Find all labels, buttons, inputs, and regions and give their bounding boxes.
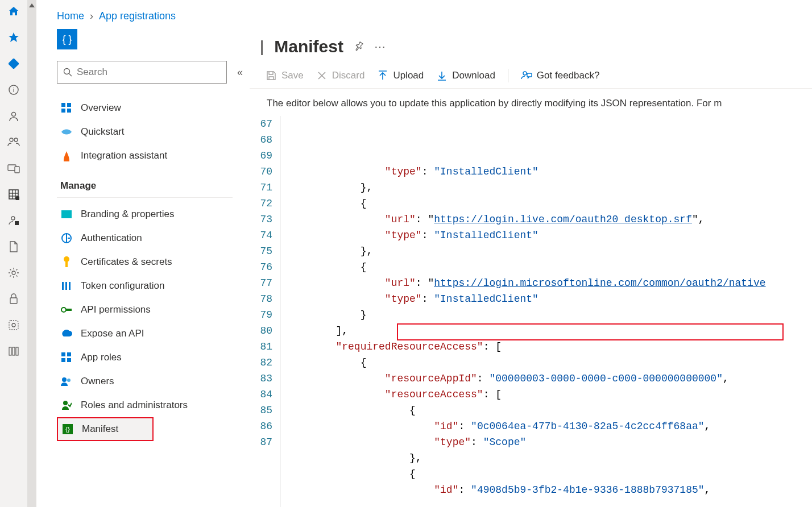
collapse-menu-icon[interactable]: « (237, 67, 243, 78)
svg-point-3 (12, 113, 16, 117)
page-title: Manifest (274, 37, 343, 56)
nav-label: Owners (81, 376, 114, 387)
lock-icon[interactable] (7, 292, 20, 306)
manifest-editor[interactable]: 6768697071727374757677787980818283848586… (250, 116, 812, 507)
diamond-icon[interactable] (7, 57, 20, 70)
app-roles-icon (60, 351, 73, 364)
token-icon (60, 280, 73, 292)
nav-label: Integration assistant (81, 150, 167, 161)
nav-label: Overview (81, 102, 121, 114)
breadcrumb-home[interactable]: Home (57, 10, 84, 22)
svg-point-43 (63, 401, 68, 405)
users-icon[interactable] (7, 135, 20, 149)
search-box[interactable] (57, 61, 227, 84)
pin-icon[interactable] (354, 41, 364, 52)
svg-rect-0 (9, 59, 19, 69)
authentication-icon (60, 232, 73, 244)
svg-rect-31 (65, 261, 68, 267)
code-area[interactable]: "type": "InstalledClient" }, { "url": "h… (281, 116, 812, 507)
scroll-track[interactable] (27, 0, 36, 507)
nav-label: Token configuration (81, 280, 164, 292)
save-icon (266, 70, 277, 81)
svg-rect-27 (61, 109, 65, 113)
feedback-button[interactable]: Got feedback? (521, 70, 600, 81)
svg-point-13 (15, 196, 19, 200)
svg-rect-32 (62, 282, 64, 290)
tool-label: Upload (393, 70, 424, 81)
command-bar: Save Discard Upload Download (250, 63, 812, 89)
nav-label: Certificates & secrets (81, 256, 172, 268)
app-badge-icon: { } (57, 29, 77, 49)
svg-rect-28 (67, 109, 71, 113)
section-manage: Manage (57, 168, 233, 198)
tool-label: Discard (332, 70, 365, 81)
grid-icon[interactable] (7, 188, 20, 201)
devices-icon[interactable] (7, 161, 20, 175)
gear-icon[interactable] (7, 266, 20, 280)
nav-branding[interactable]: Branding & properties (57, 202, 250, 226)
svg-rect-33 (65, 282, 67, 290)
nav-manifest[interactable]: {} Manifest (57, 417, 154, 441)
nav-label: Authentication (81, 232, 142, 244)
svg-rect-29 (61, 210, 72, 218)
breadcrumb-app-registrations[interactable]: App registrations (99, 10, 176, 22)
nav-app-roles[interactable]: App roles (57, 346, 250, 369)
home-icon[interactable] (7, 5, 20, 18)
integration-icon (60, 149, 73, 162)
title-separator: | (260, 38, 264, 56)
info-icon[interactable]: i (7, 83, 20, 97)
nav-expose-api[interactable]: Expose an API (57, 322, 250, 346)
download-icon (436, 70, 448, 81)
nav-token[interactable]: Token configuration (57, 274, 250, 298)
document-icon[interactable] (7, 240, 20, 254)
upload-button[interactable]: Upload (377, 70, 424, 81)
nav-label: Roles and administrators (81, 400, 188, 411)
nav-integration[interactable]: Integration assistant (57, 144, 250, 168)
svg-rect-15 (15, 221, 19, 225)
download-button[interactable]: Download (436, 70, 495, 81)
nav-overview[interactable]: Overview (57, 96, 250, 120)
expose-icon (60, 327, 73, 340)
nav-quickstart[interactable]: Quickstart (57, 120, 250, 144)
nav-roles-admins[interactable]: Roles and administrators (57, 393, 250, 417)
app-icon[interactable] (7, 318, 20, 332)
more-icon[interactable]: ⋯ (374, 40, 386, 53)
svg-point-16 (12, 271, 15, 275)
svg-text:i: i (13, 86, 14, 93)
resource-menu: { } « Overview (36, 29, 250, 507)
owners-icon (60, 375, 73, 388)
upload-icon (377, 70, 388, 81)
search-input[interactable] (77, 67, 221, 78)
svg-point-41 (62, 377, 67, 382)
roles-admins-icon (60, 399, 73, 412)
discard-icon (316, 70, 328, 81)
favorites-icon[interactable] (7, 31, 20, 44)
svg-rect-38 (67, 352, 71, 356)
svg-rect-36 (65, 309, 72, 311)
nav-api-permissions[interactable]: API permissions (57, 298, 250, 322)
nav-certificates[interactable]: Certificates & secrets (57, 250, 250, 274)
svg-rect-40 (67, 358, 71, 362)
line-gutter: 6768697071727374757677787980818283848586… (250, 116, 281, 507)
svg-point-42 (67, 379, 71, 382)
manifest-icon: {} (61, 423, 74, 435)
overview-icon (60, 102, 73, 114)
save-button[interactable]: Save (266, 70, 304, 81)
svg-rect-17 (10, 298, 17, 304)
person-badge-icon[interactable] (7, 214, 20, 227)
discard-button[interactable]: Discard (316, 70, 365, 81)
svg-rect-21 (13, 347, 15, 355)
svg-rect-18 (9, 321, 18, 330)
toolbar-divider (508, 69, 508, 82)
svg-point-4 (10, 138, 13, 142)
svg-point-5 (14, 138, 18, 142)
user-icon[interactable] (7, 109, 20, 123)
library-icon[interactable] (7, 344, 20, 358)
nav-label: Quickstart (81, 126, 125, 138)
search-icon (63, 68, 72, 77)
svg-rect-25 (61, 103, 65, 107)
nav-authentication[interactable]: Authentication (57, 226, 250, 250)
nav-owners[interactable]: Owners (57, 369, 250, 393)
scroll-up-icon[interactable] (29, 3, 35, 7)
svg-rect-7 (15, 167, 19, 173)
